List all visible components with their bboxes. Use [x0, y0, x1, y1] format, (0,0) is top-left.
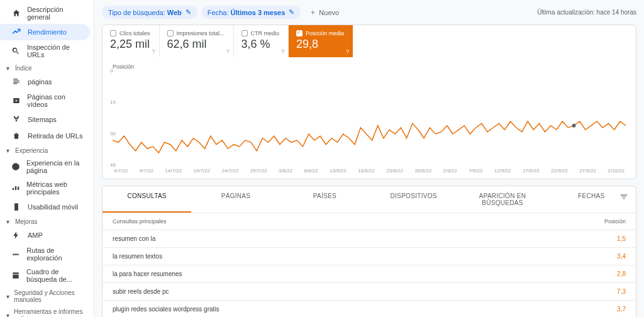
sidebar-section-title: Seguridad y Acciones manuales	[14, 289, 89, 303]
sidebar-item-rendimiento[interactable]: Rendimiento	[0, 24, 90, 40]
xaxis-tick: 8/8/22	[304, 168, 318, 174]
chevron-down-icon: ▾	[6, 65, 13, 72]
metric-label: Posición media	[306, 30, 344, 36]
chart-marker[interactable]	[572, 124, 575, 128]
sidebar-item-experiencia-en-la-p-gina[interactable]: Experiencia en la página	[0, 156, 90, 177]
chevron-down-icon: ▾	[6, 312, 11, 318]
metric-label: CTR medio	[251, 30, 280, 36]
query-cell: plugin redes sociales wordpress gratis	[113, 306, 219, 313]
checkbox-icon	[110, 30, 116, 36]
metric-impresiones-total-[interactable]: Impresiones total... 62,6 mil ?	[160, 25, 234, 57]
edit-icon: ✎	[186, 8, 191, 16]
help-icon[interactable]: ?	[281, 48, 284, 55]
plus-icon: ＋	[309, 8, 316, 17]
search-type-chip[interactable]: Tipo de búsqueda: Web ✎	[102, 6, 197, 19]
metric-value: 2,25 mil	[110, 38, 150, 51]
chevron-down-icon: ▾	[6, 147, 13, 154]
tab-consultas[interactable]: CONSULTAS	[103, 186, 191, 213]
tab-aparici-n-en-b-squedas[interactable]: APARICIÓN EN BÚSQUEDAS	[458, 186, 547, 213]
query-cell: la resumen textos	[113, 253, 162, 260]
dimensions-card: CONSULTASPÁGINASPAÍSESDISPOSITIVOSAPARIC…	[102, 186, 636, 317]
metric-value: 62,6 mil	[167, 38, 225, 51]
sidebar-section[interactable]: ▾Experiencia	[0, 144, 94, 156]
tab-p-ginas[interactable]: PÁGINAS	[191, 186, 280, 213]
sidebar-section[interactable]: ▾Seguridad y Acciones manuales	[0, 286, 94, 305]
sidebar-item-label: Usabilidad móvil	[28, 203, 78, 211]
sidebar-item-label: Cuadro de búsqueda de...	[26, 268, 85, 283]
sidebar-item-inspecci-n-de-urls[interactable]: Inspección de URLs	[0, 40, 90, 62]
sidebar: Descripción general Rendimiento Inspecci…	[0, 0, 94, 317]
query-cell: resumen con la	[113, 235, 155, 242]
sidebar-section[interactable]: ▾Herramientas e informes antiguos	[0, 305, 94, 317]
sidebar-item-m-tricas-web-principales[interactable]: Métricas web principales	[0, 177, 90, 199]
remove-icon	[11, 131, 21, 141]
sidebar-item-sitemaps[interactable]: Sitemaps	[0, 111, 90, 128]
sidebar-item-amp[interactable]: AMP	[0, 227, 90, 243]
date-chip[interactable]: Fecha: Últimos 3 meses ✎	[201, 6, 301, 19]
sidebar-item-label: Rendimiento	[28, 28, 67, 36]
position-cell: 1,5	[617, 235, 626, 242]
new-filter-button[interactable]: ＋ Nuevo	[304, 5, 344, 19]
query-cell: subir reels desde pc	[113, 288, 169, 295]
xaxis-tick: 12/9/22	[494, 168, 511, 174]
metric-ctr-medio[interactable]: CTR medio 3,6 % ?	[234, 25, 289, 57]
box-icon	[11, 270, 20, 281]
cwv-icon	[11, 183, 20, 193]
table-row[interactable]: la resumen textos 3,4	[103, 247, 636, 265]
sidebar-item-p-ginas[interactable]: páginas	[0, 74, 90, 90]
sidebar-item-descripci-n-general[interactable]: Descripción general	[0, 3, 90, 24]
table-row[interactable]: plugin redes sociales wordpress gratis 3…	[103, 300, 636, 317]
metric-label: Clics totales	[119, 30, 150, 36]
metric-label: Impresiones total...	[177, 30, 225, 36]
pages-icon	[11, 77, 21, 87]
checkbox-icon	[296, 30, 303, 36]
metric-clics-totales[interactable]: Clics totales 2,25 mil ?	[103, 25, 160, 57]
sidebar-item-label: páginas	[28, 78, 52, 86]
sidebar-section-title: Mejoras	[15, 218, 38, 225]
sidebar-section[interactable]: ▾Mejoras	[0, 215, 94, 227]
edit-icon: ✎	[289, 8, 294, 16]
xaxis-tick: 2/10/22	[608, 168, 625, 174]
sidebar-section-title: Índice	[15, 65, 32, 72]
sidebar-section[interactable]: ▾Índice	[0, 62, 94, 74]
chart-area: Posición 0153045 4/7/229/7/2214/7/2219/7…	[103, 57, 636, 179]
xaxis-tick: 17/9/22	[523, 168, 540, 174]
xaxis-tick: 22/9/22	[551, 168, 568, 174]
position-cell: 2,8	[617, 270, 626, 277]
sidebar-item-p-ginas-con-v-deos[interactable]: Páginas con vídeos	[0, 90, 90, 111]
sidebar-item-usabilidad-m-vil[interactable]: Usabilidad móvil	[0, 199, 90, 215]
checkbox-icon	[242, 30, 248, 36]
sitemap-icon	[11, 114, 21, 125]
tab-pa-ses[interactable]: PAÍSES	[280, 186, 369, 213]
table-row[interactable]: subir reels desde pc 7,3	[103, 282, 636, 300]
table-row[interactable]: resumen con la 1,5	[103, 230, 636, 247]
sidebar-item-label: Métricas web principales	[26, 181, 85, 196]
xaxis-tick: 13/8/22	[330, 168, 347, 174]
xaxis-tick: 27/9/22	[579, 168, 596, 174]
amp-icon	[11, 230, 21, 240]
chevron-down-icon: ▾	[6, 293, 11, 300]
queries-table: Consultas principales Posición resumen c…	[103, 213, 636, 317]
sidebar-item-rutas-de-exploraci-n[interactable]: Rutas de exploración	[0, 243, 90, 265]
search-icon	[11, 46, 21, 56]
metric-value: 29,8	[296, 38, 344, 51]
filter-icon[interactable]	[619, 192, 628, 203]
position-cell: 3,7	[617, 306, 626, 313]
trend-icon	[11, 27, 21, 37]
dimension-tabs: CONSULTASPÁGINASPAÍSESDISPOSITIVOSAPARIC…	[103, 186, 636, 213]
table-row[interactable]: la para hacer resumenes 2,8	[103, 265, 636, 282]
position-cell: 3,4	[617, 253, 626, 260]
tab-dispositivos[interactable]: DISPOSITIVOS	[369, 186, 458, 213]
sidebar-item-cuadro-de-b-squeda-de-[interactable]: Cuadro de búsqueda de...	[0, 265, 90, 286]
help-icon[interactable]: ?	[346, 48, 349, 55]
help-icon[interactable]: ?	[226, 48, 230, 55]
sidebar-item-retirada-de-urls[interactable]: Retirada de URLs	[0, 128, 90, 144]
chevron-down-icon: ▾	[6, 218, 13, 225]
sidebar-item-label: Páginas con vídeos	[27, 93, 85, 108]
table-head-position: Posición	[604, 218, 626, 225]
query-cell: la para hacer resumenes	[113, 270, 182, 277]
position-line	[113, 121, 626, 153]
metric-posici-n-media[interactable]: Posición media 29,8 ?	[289, 25, 353, 57]
help-icon[interactable]: ?	[152, 48, 155, 55]
home-icon	[11, 8, 21, 18]
